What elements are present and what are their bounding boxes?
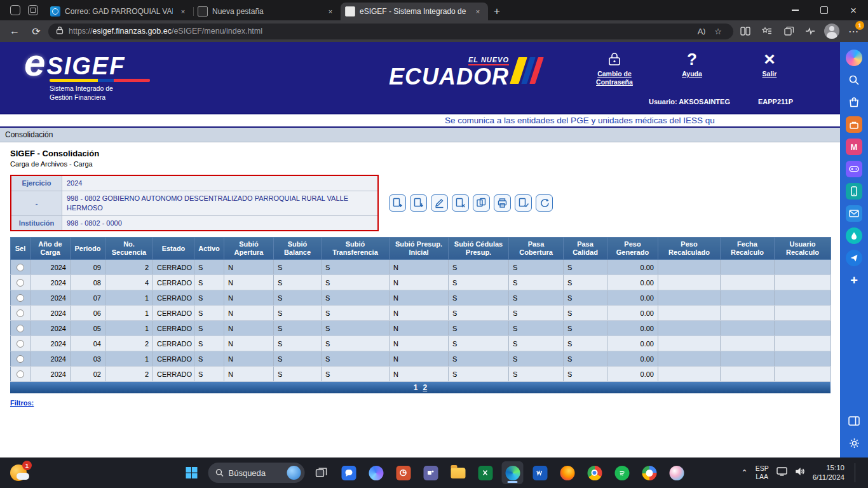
recalculate-button[interactable]: [536, 194, 553, 212]
help-link[interactable]: Ayuda: [665, 50, 719, 86]
search-icon[interactable]: [846, 72, 862, 88]
row-select-radio[interactable]: [17, 325, 24, 332]
browser-essentials-icon[interactable]: [801, 22, 820, 40]
logo-name: SIGEF: [46, 55, 125, 77]
tab-nueva-pestana[interactable]: Nueva pestaña ×: [193, 3, 341, 20]
entidad-value[interactable]: 998 - 0802 GOBIERNO AUTONOMO DESCENTRALI…: [62, 191, 377, 215]
workspaces-icon[interactable]: [10, 5, 20, 15]
profile-avatar[interactable]: [822, 22, 841, 40]
cell-usuario-recalculo: [775, 336, 831, 351]
firefox-icon[interactable]: [557, 461, 578, 484]
close-button[interactable]: [839, 0, 868, 20]
split-screen-icon[interactable]: [736, 22, 755, 40]
msn-icon[interactable]: [846, 139, 862, 155]
page-2-link[interactable]: 2: [423, 383, 428, 392]
print-button[interactable]: [494, 194, 511, 212]
filtros-link[interactable]: Filtros:: [10, 399, 34, 407]
games-icon[interactable]: [846, 161, 862, 177]
clock[interactable]: 15:10 6/11/2024: [813, 463, 844, 482]
outlook-icon[interactable]: [846, 205, 862, 222]
show-desktop-button[interactable]: [855, 463, 857, 482]
microsoft-365-icon[interactable]: [846, 116, 862, 133]
copilot-icon[interactable]: [365, 461, 387, 484]
cast-icon[interactable]: [776, 467, 787, 478]
send-icon[interactable]: [846, 250, 862, 266]
table-row: 2024 06 1 CERRADO S N S S N S S S 0.00: [11, 306, 831, 321]
page-1-link[interactable]: 1: [414, 383, 418, 392]
widgets-weather-button[interactable]: 1: [10, 464, 27, 481]
date: 6/11/2024: [813, 473, 844, 482]
save-record-button[interactable]: [410, 194, 427, 212]
ejercicio-value[interactable]: 2024: [62, 176, 377, 191]
edge-icon[interactable]: [502, 461, 524, 484]
settings-more-icon[interactable]: ⋯1: [844, 22, 863, 40]
row-select-radio[interactable]: [17, 370, 24, 378]
tab-close-icon[interactable]: ×: [472, 6, 484, 17]
add-sidebar-item-icon[interactable]: [846, 272, 862, 288]
shopping-icon[interactable]: [846, 94, 862, 111]
teams-icon[interactable]: [420, 461, 442, 484]
new-tab-button[interactable]: +: [488, 3, 506, 20]
cell-ano-carga: 2024: [31, 321, 71, 336]
tab-close-icon[interactable]: ×: [325, 6, 336, 17]
row-select-radio[interactable]: [17, 355, 24, 363]
row-select-radio[interactable]: [17, 340, 24, 348]
cell-pasa-cobertura: S: [509, 290, 564, 306]
read-aloud-icon[interactable]: A): [694, 24, 709, 38]
sidebar-settings-gear-icon[interactable]: [846, 435, 862, 451]
tab-correo[interactable]: Correo: GAD PARROQUIAL VALLE ×: [46, 3, 193, 20]
tray-chevron-up-icon[interactable]: ⌃: [742, 468, 748, 477]
user-label: Usuario: AKSOSAINTEG: [649, 98, 730, 105]
copy-view-button[interactable]: [473, 194, 490, 212]
chrome-icon[interactable]: [584, 461, 606, 484]
row-select-radio[interactable]: [17, 309, 24, 317]
panel-toggle-icon[interactable]: [846, 412, 862, 429]
chat-icon[interactable]: [338, 461, 360, 484]
refresh-icon[interactable]: ⟳: [27, 22, 46, 40]
new-record-button[interactable]: [389, 194, 406, 212]
row-select-radio[interactable]: [17, 264, 24, 271]
onedrive-icon[interactable]: [846, 227, 862, 244]
menu-item-consolidacion[interactable]: Consolidación: [5, 130, 53, 139]
row-select-radio[interactable]: [17, 279, 24, 287]
col-header: Subió Apertura: [224, 238, 274, 260]
institucion-value[interactable]: 998 - 0802 - 0000: [62, 216, 377, 231]
address-bar[interactable]: https://esigef.finanzas.gob.ec/eSIGEF/me…: [48, 24, 733, 39]
favorites-list-icon[interactable]: [757, 22, 776, 40]
change-password-link[interactable]: Cambio de Contraseña: [587, 50, 642, 86]
cell-peso-recalculado: [658, 260, 721, 275]
word-icon[interactable]: [529, 461, 551, 484]
edit-validate-button[interactable]: [431, 194, 448, 212]
back-icon[interactable]: ←: [5, 22, 24, 40]
phone-link-icon[interactable]: [846, 183, 862, 200]
row-select-radio[interactable]: [17, 294, 24, 302]
collections-icon[interactable]: [779, 22, 798, 40]
excel-icon[interactable]: [475, 461, 496, 484]
windows-taskbar: 1 Búsqueda ⌃ ESP LAA: [0, 458, 868, 488]
paint-icon[interactable]: [666, 461, 688, 484]
spotify-icon[interactable]: [611, 461, 633, 484]
delete-record-button[interactable]: [452, 194, 469, 212]
volume-icon[interactable]: [795, 467, 805, 478]
taskbar-search-box[interactable]: Búsqueda: [208, 463, 305, 483]
cell-subio-presup-inicial: N: [390, 336, 449, 351]
cell-secuencia: 1: [105, 351, 153, 367]
cell-secuencia: 1: [105, 321, 153, 336]
tab-close-icon[interactable]: ×: [177, 6, 189, 17]
task-view-button[interactable]: [311, 461, 332, 484]
copilot-icon[interactable]: [846, 50, 862, 66]
approve-button[interactable]: [515, 194, 532, 212]
maximize-button[interactable]: [810, 0, 839, 20]
logout-link[interactable]: Salir: [742, 50, 797, 86]
google-icon[interactable]: [639, 461, 660, 484]
tab-actions-icon[interactable]: [28, 5, 38, 15]
cell-peso-recalculado: [658, 336, 721, 351]
file-explorer-icon[interactable]: [447, 461, 469, 484]
tab-esigef-active[interactable]: eSIGEF - Sistema Integrado de G ×: [341, 3, 488, 20]
minimize-button[interactable]: [780, 0, 810, 20]
start-button[interactable]: [181, 461, 203, 484]
powerpoint-icon[interactable]: [393, 461, 414, 484]
col-header: Usuario Recalculo: [775, 238, 831, 260]
language-indicator[interactable]: ESP LAA: [756, 464, 769, 480]
favorite-star-icon[interactable]: ☆: [710, 24, 726, 38]
